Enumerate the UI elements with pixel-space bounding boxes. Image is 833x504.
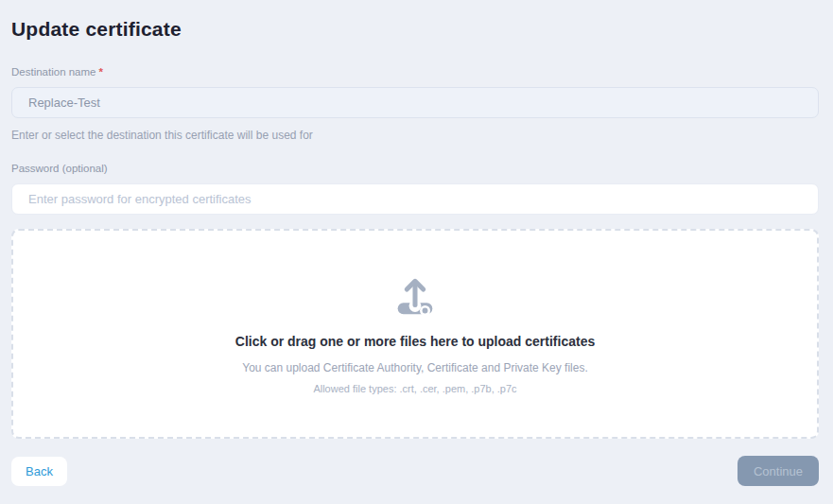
- page-title: Update certificate: [11, 18, 819, 41]
- destination-input[interactable]: [11, 87, 819, 118]
- password-field: Password (optional): [11, 163, 819, 215]
- upload-icon: [394, 273, 436, 317]
- required-marker: *: [99, 66, 103, 78]
- upload-allowed-types: Allowed file types: .crt, .cer, .pem, .p…: [313, 383, 516, 394]
- upload-sub-text: You can upload Certificate Authority, Ce…: [242, 361, 588, 374]
- destination-label-text: Destination name: [11, 66, 96, 78]
- destination-label: Destination name*: [11, 66, 819, 78]
- password-label-text: Password (optional): [11, 163, 108, 174]
- footer-actions: Back Continue: [11, 456, 819, 486]
- destination-helper-text: Enter or select the destination this cer…: [11, 129, 819, 142]
- continue-button[interactable]: Continue: [738, 456, 819, 486]
- update-certificate-page: { "page": { "title": "Update certificate…: [0, 0, 833, 504]
- back-button[interactable]: Back: [11, 457, 67, 486]
- password-label: Password (optional): [11, 163, 819, 174]
- upload-main-text: Click or drag one or more files here to …: [235, 334, 595, 349]
- upload-dropzone[interactable]: Click or drag one or more files here to …: [11, 229, 819, 439]
- form-container: Update certificate Destination name* Ent…: [0, 0, 833, 486]
- password-input[interactable]: [11, 183, 819, 215]
- destination-field: Destination name* Enter or select the de…: [11, 66, 819, 142]
